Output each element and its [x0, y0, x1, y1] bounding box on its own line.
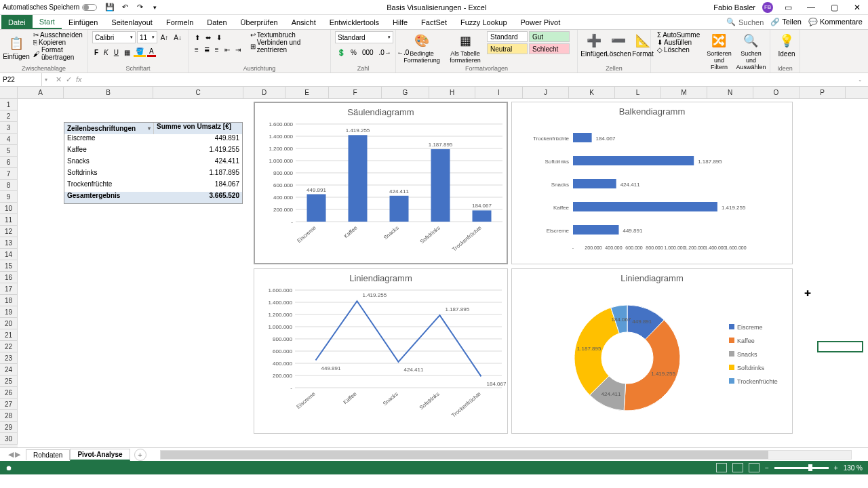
- sort-filter-button[interactable]: 🔀Sortieren und Filtern: [706, 31, 732, 72]
- row-header[interactable]: 26: [0, 387, 18, 399]
- row-header[interactable]: 5: [0, 145, 18, 157]
- style-gut[interactable]: Gut: [529, 31, 570, 42]
- col-header[interactable]: G: [382, 87, 429, 98]
- align-left-icon[interactable]: ≡: [193, 46, 201, 54]
- tab-insert[interactable]: Einfügen: [62, 15, 104, 29]
- cut-button[interactable]: ✂ Ausschneiden: [31, 31, 85, 39]
- record-macro-icon[interactable]: ⏺: [5, 464, 12, 472]
- minimize-icon[interactable]: —: [803, 2, 819, 13]
- row-header[interactable]: 30: [0, 433, 18, 445]
- row-header[interactable]: 10: [0, 203, 18, 214]
- row-header[interactable]: 8: [0, 180, 18, 191]
- pivot-row[interactable]: Eiscreme449.891: [64, 134, 242, 146]
- style-schlecht[interactable]: Schlecht: [529, 43, 570, 54]
- insert-cells-button[interactable]: ➕Einfügen: [582, 31, 606, 59]
- ribbon-options-icon[interactable]: ▭: [780, 2, 796, 13]
- tab-view[interactable]: Ansicht: [285, 15, 323, 29]
- wrap-text-button[interactable]: ↩ Textumbruch: [248, 31, 326, 39]
- row-header[interactable]: 12: [0, 226, 18, 237]
- font-color-icon[interactable]: A: [147, 47, 156, 57]
- expand-formula-icon[interactable]: ⌄: [852, 77, 868, 83]
- row-header[interactable]: 1: [0, 99, 18, 110]
- bold-icon[interactable]: F: [92, 49, 100, 56]
- add-sheet-button[interactable]: +: [134, 449, 146, 461]
- tab-review[interactable]: Überprüfen: [234, 15, 285, 29]
- row-header[interactable]: 16: [0, 272, 18, 283]
- row-header[interactable]: 9: [0, 191, 18, 203]
- horizontal-scrollbar[interactable]: [160, 450, 852, 460]
- chart-doughnut[interactable]: Liniendiagramm 449.8911.419.255424.4111.…: [511, 268, 793, 434]
- copy-button[interactable]: ⎘ Kopieren: [31, 39, 85, 46]
- row-header[interactable]: 20: [0, 318, 18, 329]
- pivot-table[interactable]: Zeilenbeschriftungen▾ Summe von Umsatz […: [64, 122, 243, 204]
- col-header[interactable]: E: [285, 87, 329, 98]
- autosave-toggle[interactable]: Automatisches Speichern: [3, 3, 97, 11]
- filter-dropdown-icon[interactable]: ▾: [148, 125, 151, 131]
- col-header[interactable]: D: [243, 87, 285, 98]
- name-box[interactable]: P22: [0, 73, 42, 86]
- autosum-button[interactable]: Σ AutoSumme: [655, 31, 702, 39]
- chart-bar[interactable]: Balkendiagramm 184.067Trockenfrüchte1.18…: [511, 102, 793, 264]
- find-select-button[interactable]: 🔍Suchen und Auswählen: [736, 31, 766, 72]
- tab-dev[interactable]: Entwicklertools: [323, 15, 386, 29]
- row-header[interactable]: 24: [0, 364, 18, 375]
- paste-button[interactable]: 📋 Einfügen: [4, 31, 28, 64]
- undo-icon[interactable]: ↶: [120, 3, 130, 12]
- col-header[interactable]: P: [800, 87, 846, 98]
- row-header[interactable]: 29: [0, 422, 18, 433]
- view-break-icon[interactable]: [749, 463, 760, 472]
- pivot-row[interactable]: Trockenfrüchte184.067: [64, 180, 242, 192]
- pivot-header-rows[interactable]: Zeilenbeschriftungen▾: [64, 123, 154, 134]
- col-header[interactable]: A: [18, 87, 64, 98]
- align-bottom-icon[interactable]: ⬇: [214, 34, 224, 41]
- row-header[interactable]: 14: [0, 249, 18, 260]
- comments-button[interactable]: 💬 Kommentare: [808, 18, 863, 26]
- indent-inc-icon[interactable]: ⇥: [233, 46, 243, 54]
- align-top-icon[interactable]: ⬆: [193, 34, 202, 41]
- col-header[interactable]: M: [661, 87, 707, 98]
- thousands-icon[interactable]: 000: [360, 49, 376, 56]
- tab-data[interactable]: Daten: [200, 15, 233, 29]
- col-header[interactable]: K: [569, 87, 615, 98]
- pivot-row[interactable]: Snacks424.411: [64, 157, 242, 169]
- maximize-icon[interactable]: ▢: [826, 2, 842, 13]
- pivot-row[interactable]: Kaffee1.419.255: [64, 146, 242, 157]
- user-avatar[interactable]: FB: [762, 2, 773, 13]
- col-header[interactable]: N: [707, 87, 753, 98]
- row-header[interactable]: 23: [0, 352, 18, 364]
- merge-button[interactable]: ⊞ Verbinden und zentrieren: [248, 39, 326, 54]
- align-right-icon[interactable]: ≡: [213, 46, 221, 54]
- accept-formula-icon[interactable]: ✓: [66, 75, 72, 84]
- col-header[interactable]: F: [329, 87, 382, 98]
- col-header[interactable]: J: [523, 87, 569, 98]
- italic-icon[interactable]: K: [102, 49, 111, 56]
- underline-icon[interactable]: U: [112, 49, 121, 56]
- tab-start[interactable]: Start: [33, 15, 62, 29]
- zoom-out-icon[interactable]: −: [765, 464, 769, 472]
- chart-line[interactable]: Liniendiagramm -200.000400.000600.000800…: [254, 268, 508, 434]
- sheet-prev-icon[interactable]: ◀: [8, 450, 14, 459]
- align-middle-icon[interactable]: ⬌: [203, 34, 213, 41]
- row-header[interactable]: 18: [0, 295, 18, 306]
- row-header[interactable]: 28: [0, 410, 18, 422]
- row-header[interactable]: 6: [0, 157, 18, 168]
- tab-powerpivot[interactable]: Power Pivot: [514, 15, 568, 29]
- row-header[interactable]: 21: [0, 329, 18, 341]
- row-header[interactable]: 17: [0, 283, 18, 295]
- sheet-next-icon[interactable]: ▶: [15, 450, 20, 459]
- redo-icon[interactable]: ↷: [135, 3, 144, 12]
- chart-column[interactable]: Säulendiagramm -200.000400.000600.000800…: [254, 102, 508, 264]
- search-box[interactable]: 🔍 Suchen: [726, 18, 764, 26]
- clear-button[interactable]: ◇ Löschen: [655, 46, 702, 54]
- ideas-button[interactable]: 💡Ideen: [774, 31, 799, 59]
- number-format-select[interactable]: Standard▾: [335, 31, 393, 43]
- row-header[interactable]: 27: [0, 399, 18, 410]
- zoom-slider[interactable]: [774, 467, 829, 469]
- cancel-formula-icon[interactable]: ✕: [56, 75, 62, 84]
- row-header[interactable]: 13: [0, 237, 18, 249]
- row-header[interactable]: 25: [0, 375, 18, 387]
- col-header[interactable]: O: [753, 87, 800, 98]
- tab-help[interactable]: Hilfe: [386, 15, 414, 29]
- fill-color-icon[interactable]: 🪣: [134, 47, 146, 57]
- close-icon[interactable]: ✕: [849, 2, 865, 13]
